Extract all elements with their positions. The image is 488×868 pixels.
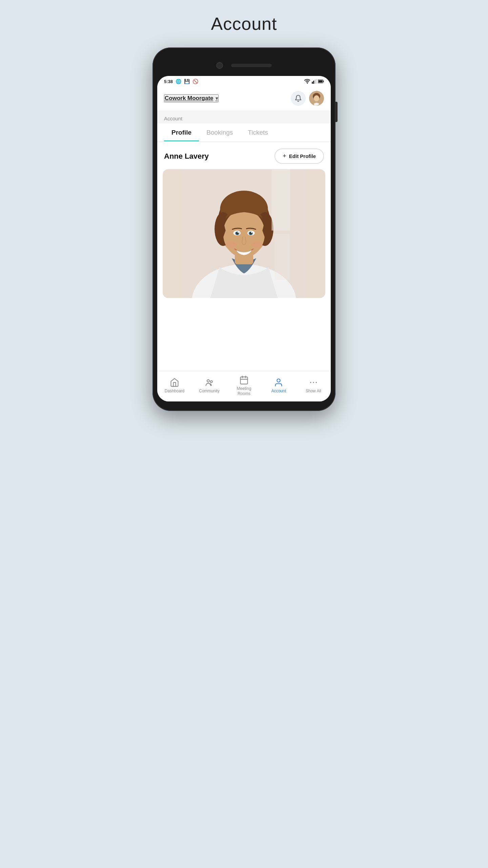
community-icon	[205, 378, 214, 387]
svg-point-28	[251, 241, 263, 248]
nav-item-meeting-rooms[interactable]: MeetingRooms	[230, 375, 258, 396]
svg-rect-33	[240, 377, 247, 384]
nav-item-dashboard[interactable]: Dashboard	[161, 378, 188, 393]
workspace-name: Cowork Moorgate	[165, 95, 214, 102]
top-nav: Cowork Moorgate ▾	[157, 87, 331, 111]
svg-point-9	[314, 95, 319, 101]
status-left: 5:38 🌐 💾 🚫	[164, 79, 198, 84]
tabs-bar: Profile Bookings Tickets	[157, 123, 331, 142]
svg-point-40	[316, 382, 317, 383]
svg-point-39	[313, 382, 314, 383]
svg-rect-0	[312, 82, 313, 84]
profile-name: Anne Lavery	[164, 152, 209, 161]
account-icon	[274, 378, 283, 387]
nav-label-account: Account	[271, 389, 286, 393]
edit-profile-button[interactable]: + Edit Profile	[274, 149, 324, 164]
profile-portrait	[163, 169, 325, 298]
globe-icon: 🌐	[176, 79, 181, 84]
battery-icon	[318, 79, 324, 83]
status-right	[304, 79, 324, 84]
edit-profile-label: Edit Profile	[289, 153, 316, 159]
nav-item-account[interactable]: Account	[265, 378, 292, 393]
bell-icon	[294, 95, 302, 102]
notification-bell-button[interactable]	[291, 91, 306, 106]
chevron-down-icon: ▾	[216, 96, 218, 101]
profile-header: Anne Lavery + Edit Profile	[157, 142, 331, 169]
nav-label-community: Community	[199, 389, 220, 393]
front-camera	[216, 62, 223, 69]
svg-rect-30	[274, 234, 290, 280]
workspace-selector[interactable]: Cowork Moorgate ▾	[164, 94, 219, 102]
svg-rect-6	[319, 80, 323, 83]
phone-screen: 5:38 🌐 💾 🚫	[157, 76, 331, 401]
tab-tickets[interactable]: Tickets	[240, 123, 275, 141]
tab-bookings[interactable]: Bookings	[199, 123, 240, 141]
tab-profile[interactable]: Profile	[164, 123, 199, 141]
no-notif-icon: 🚫	[192, 79, 198, 84]
home-icon	[170, 378, 179, 387]
wifi-icon	[304, 79, 310, 84]
profile-photo	[163, 169, 325, 298]
svg-point-26	[251, 232, 252, 233]
svg-rect-5	[323, 81, 324, 82]
svg-rect-1	[313, 81, 314, 84]
status-bar: 5:38 🌐 💾 🚫	[157, 76, 331, 87]
svg-point-22	[238, 232, 239, 233]
user-avatar-button[interactable]	[309, 91, 324, 106]
nav-item-show-all[interactable]: Show All	[300, 378, 327, 393]
nav-item-community[interactable]: Community	[196, 378, 223, 393]
avatar-image	[309, 91, 324, 106]
svg-rect-2	[314, 80, 316, 84]
section-label: Account	[157, 111, 331, 123]
more-icon	[309, 378, 318, 387]
svg-point-31	[207, 380, 209, 382]
phone-shell: 5:38 🌐 💾 🚫	[152, 47, 336, 411]
svg-point-18	[223, 210, 265, 257]
nav-label-show-all: Show All	[306, 389, 321, 393]
bottom-nav: Dashboard Community	[157, 371, 331, 401]
status-time: 5:38	[164, 79, 173, 84]
speaker-grille	[231, 64, 272, 67]
plus-icon: +	[283, 153, 286, 160]
nav-label-dashboard: Dashboard	[165, 389, 185, 393]
profile-content: Anne Lavery + Edit Profile	[157, 142, 331, 371]
svg-rect-29	[271, 169, 290, 231]
svg-point-32	[210, 381, 212, 383]
nav-label-meeting-rooms: MeetingRooms	[237, 386, 251, 396]
svg-point-38	[310, 382, 311, 383]
page-title: Account	[211, 14, 277, 34]
signal-icon	[312, 79, 317, 84]
svg-point-27	[226, 241, 237, 248]
calendar-icon	[239, 375, 249, 385]
svg-point-37	[277, 379, 280, 382]
phone-top-bar	[157, 57, 331, 74]
svg-rect-3	[316, 79, 317, 84]
nav-actions	[291, 91, 324, 106]
storage-icon: 💾	[184, 79, 190, 84]
